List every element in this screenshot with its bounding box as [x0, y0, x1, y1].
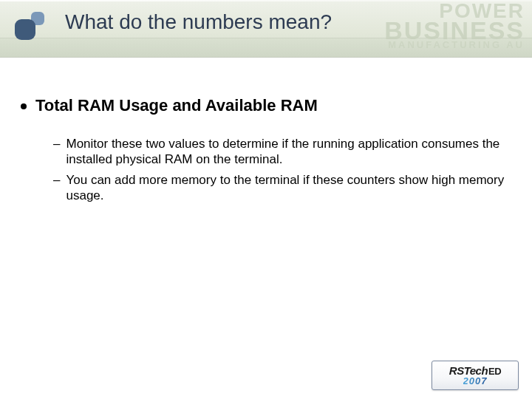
header-stripe — [0, 38, 532, 57]
bullet-level-2: – Monitor these two values to determine … — [53, 136, 510, 168]
sub-bullet-list: – Monitor these two values to determine … — [53, 136, 510, 203]
slide: POWER BUSINESS MANUFACTURING AU What do … — [0, 0, 532, 399]
dash-icon: – — [53, 172, 60, 188]
bullet-level-1: Total RAM Usage and Available RAM — [21, 96, 510, 115]
bullet-dot-icon — [21, 103, 27, 109]
bullet-level-2-text: You can add more memory to the terminal … — [66, 172, 510, 204]
bullet-level-1-text: Total RAM Usage and Available RAM — [35, 96, 318, 115]
dash-icon: – — [53, 136, 60, 151]
bullet-level-2-text: Monitor these two values to determine if… — [66, 136, 510, 168]
bullet-level-2: – You can add more memory to the termina… — [53, 172, 510, 204]
footer-logo-badge: RSTechED 2007 — [432, 361, 519, 390]
watermark-line-1: POWER — [384, 1, 525, 21]
header-band: POWER BUSINESS MANUFACTURING AU What do … — [0, 0, 532, 58]
footer-brand-suffix: ED — [488, 366, 501, 377]
slide-body: Total RAM Usage and Available RAM – Moni… — [21, 96, 510, 208]
slide-title: What do the numbers mean? — [65, 10, 332, 34]
footer-year: 2007 — [463, 375, 488, 386]
logo-square-big — [15, 19, 35, 40]
logo-squares-icon — [15, 10, 49, 41]
